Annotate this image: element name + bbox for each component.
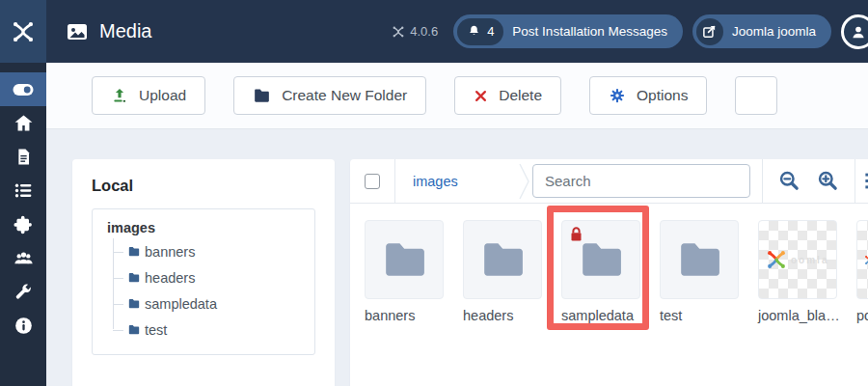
sidebar-item-help[interactable]: [0, 309, 46, 343]
account-button[interactable]: [841, 14, 868, 49]
notification-badge: 4: [457, 18, 503, 45]
list-view-icon: [864, 171, 868, 191]
joomla-logo[interactable]: [0, 0, 46, 63]
sidebar-item-components[interactable]: [0, 207, 46, 241]
tree-item-banners[interactable]: banners: [113, 238, 305, 264]
help-icon: [14, 316, 34, 336]
folder-icon: [253, 88, 271, 104]
sidebar-item-system[interactable]: [0, 275, 46, 309]
zoom-out-button[interactable]: [776, 168, 802, 194]
lock-icon: [569, 226, 583, 242]
media-image-icon: [66, 20, 89, 43]
breadcrumb: images: [395, 159, 532, 203]
media-item-test[interactable]: test: [660, 220, 739, 323]
media-item-banners[interactable]: banners: [365, 220, 444, 323]
delete-label: Delete: [499, 87, 542, 104]
user-menu-button[interactable]: Joomla joomla: [692, 14, 831, 48]
files-header: images: [350, 159, 868, 204]
media-item-sampledata[interactable]: sampledata: [561, 220, 640, 323]
sidebar-item-content[interactable]: [0, 140, 46, 174]
media-item-label: joomla_bla…: [758, 308, 837, 323]
search-cell: [532, 159, 762, 203]
version-label: 4.0.6: [392, 24, 438, 39]
joomla-color-logo-icon: [766, 249, 787, 270]
notification-count: 4: [487, 24, 494, 39]
sidebar: [0, 0, 46, 386]
zoom-in-button[interactable]: [815, 168, 841, 194]
media-grid: banners headers sampledata: [350, 204, 868, 323]
local-panel: Local images banners headers sampledata: [72, 159, 335, 386]
page-title-group: Media: [66, 20, 151, 43]
select-all-cell: [350, 159, 395, 203]
select-all-checkbox[interactable]: [365, 174, 380, 189]
post-install-label: Post Installation Messages: [512, 24, 667, 39]
media-item-label: headers: [463, 308, 542, 323]
version-number: 4.0.6: [410, 24, 438, 39]
breadcrumb-chevron-icon: [519, 162, 530, 201]
joomla-version-icon: [392, 25, 405, 39]
tree-item-headers[interactable]: headers: [113, 264, 305, 290]
image-thumbnail: Joomla: [856, 220, 868, 299]
faint-logo-text: oomla: [791, 255, 828, 265]
delete-x-icon: [474, 89, 488, 103]
files-panel: images: [350, 159, 868, 386]
zoom-out-icon: [778, 170, 800, 192]
media-item-label: test: [660, 308, 739, 323]
menus-icon: [14, 180, 34, 201]
tree-item-label: headers: [145, 270, 195, 286]
folder-icon: [127, 298, 141, 310]
delete-button[interactable]: Delete: [454, 76, 561, 115]
image-thumbnail: oomla: [758, 220, 837, 299]
external-link-icon: [702, 24, 717, 39]
help-button-partial[interactable]: [735, 76, 777, 115]
zoom-controls: [762, 159, 854, 203]
sidebar-item-menus[interactable]: [0, 174, 46, 207]
tree-item-test[interactable]: test: [113, 317, 305, 343]
tree-item-sampledata[interactable]: sampledata: [113, 290, 305, 317]
folder-icon: [574, 237, 628, 282]
user-menu-label: Joomla joomla: [732, 24, 816, 39]
toolbar: Upload Create New Folder Delete: [46, 63, 868, 129]
tree-root-images[interactable]: images: [107, 220, 305, 235]
gear-icon: [609, 87, 626, 104]
folder-thumbnail: [365, 220, 444, 299]
tree-item-label: sampledata: [145, 296, 217, 312]
upload-icon: [111, 87, 128, 104]
media-item-label: sampledata: [561, 308, 640, 323]
tree-item-label: banners: [145, 244, 195, 260]
tree-item-label: test: [145, 322, 167, 338]
search-input[interactable]: [532, 164, 750, 198]
sidebar-item-users[interactable]: [0, 241, 46, 275]
sidebar-nav: [0, 72, 46, 343]
top-header: Media 4.0.6 4: [46, 0, 868, 63]
options-button[interactable]: Options: [589, 76, 707, 115]
sidebar-item-menu-toggle[interactable]: [0, 72, 46, 106]
system-icon: [14, 283, 33, 302]
folder-thumbnail: [463, 220, 542, 299]
media-item-powered-by[interactable]: Joomla po: [856, 220, 868, 323]
folder-tree: images banners headers sampledata test: [92, 208, 315, 355]
joomla-logo-icon: [11, 19, 36, 44]
local-panel-title: Local: [92, 177, 315, 195]
page-title: Media: [99, 20, 151, 42]
upload-button[interactable]: Upload: [92, 76, 205, 115]
sidebar-item-home[interactable]: [0, 106, 46, 140]
home-icon: [14, 113, 34, 133]
zoom-in-icon: [817, 170, 839, 192]
folder-icon: [127, 324, 141, 336]
folder-icon: [127, 272, 141, 284]
media-item-headers[interactable]: headers: [463, 220, 542, 323]
media-item-joomla-black[interactable]: oomla joomla_bla…: [758, 220, 837, 323]
create-new-folder-button[interactable]: Create New Folder: [233, 76, 426, 115]
media-item-label: banners: [365, 308, 444, 323]
users-icon: [13, 248, 35, 268]
media-manager-screen: Media 4.0.6 4: [0, 0, 868, 386]
joomla-color-logo-icon: [864, 255, 868, 265]
post-installation-messages-button[interactable]: 4 Post Installation Messages: [453, 14, 683, 48]
folder-icon: [377, 237, 431, 282]
list-view-button[interactable]: [862, 169, 868, 193]
folder-icon: [127, 246, 141, 258]
breadcrumb-images-link[interactable]: images: [413, 174, 458, 189]
menu-toggle-icon: [12, 78, 35, 101]
bell-icon: [467, 24, 481, 39]
